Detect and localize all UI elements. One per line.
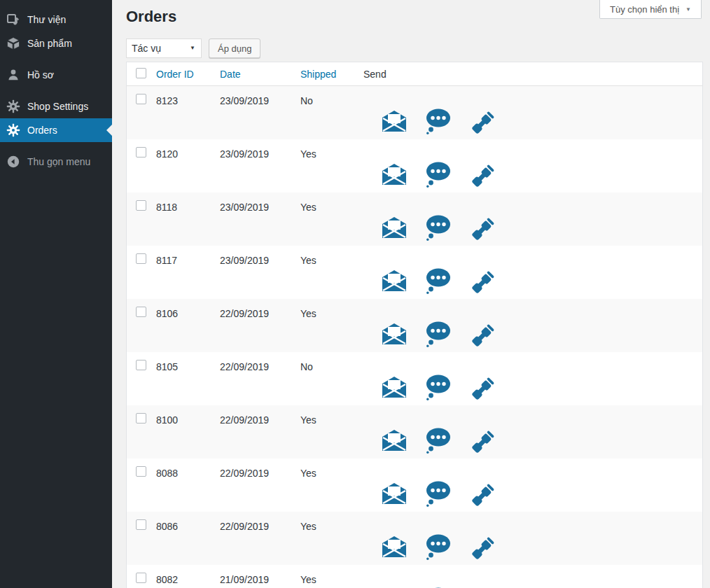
column-header-shipped[interactable]: Shipped xyxy=(300,69,336,80)
bulk-actions-toolbar: Tác vụ ▼ Áp dụng xyxy=(126,38,710,58)
user-icon xyxy=(6,68,20,82)
sms-icon[interactable] xyxy=(426,215,451,241)
send-actions-cell xyxy=(359,139,702,192)
column-header-send: Send xyxy=(363,69,387,80)
row-checkbox[interactable] xyxy=(136,200,146,211)
menu-separator xyxy=(0,55,112,63)
table-row: 8117 23/09/2019 Yes xyxy=(127,246,702,299)
table-row: 8118 23/09/2019 Yes xyxy=(127,192,702,246)
email-icon[interactable] xyxy=(382,323,406,344)
order-id-cell: 8105 xyxy=(152,352,216,405)
order-id-cell: 8100 xyxy=(152,405,216,458)
table-row: 8088 22/09/2019 Yes xyxy=(127,458,702,512)
email-icon[interactable] xyxy=(382,164,406,185)
send-actions-cell xyxy=(359,565,702,588)
gear-icon xyxy=(6,99,20,113)
select-all-checkbox[interactable] xyxy=(136,68,146,78)
email-icon[interactable] xyxy=(382,483,406,504)
order-id-cell: 8106 xyxy=(152,299,216,352)
apply-button[interactable]: Áp dụng xyxy=(209,38,260,58)
phone-icon[interactable] xyxy=(471,536,495,561)
order-id-cell: 8088 xyxy=(152,458,216,512)
gear-icon xyxy=(6,123,20,137)
menu-separator xyxy=(0,87,112,94)
sidebar-item-profile[interactable]: Hồ sơ xyxy=(0,63,112,87)
phone-icon[interactable] xyxy=(471,217,495,241)
email-icon[interactable] xyxy=(382,217,406,238)
row-checkbox[interactable] xyxy=(136,307,146,317)
row-checkbox[interactable] xyxy=(136,253,146,264)
row-checkbox[interactable] xyxy=(136,519,146,530)
order-id-cell: 8120 xyxy=(152,139,216,192)
sms-icon[interactable] xyxy=(426,321,451,348)
table-row: 8082 21/09/2019 Yes xyxy=(127,565,702,588)
row-checkbox[interactable] xyxy=(136,94,146,104)
collapse-icon xyxy=(6,155,20,169)
sidebar-item-label: Hồ sơ xyxy=(27,69,54,80)
shipped-cell: Yes xyxy=(296,565,359,588)
phone-icon[interactable] xyxy=(471,111,495,135)
caret-down-icon: ▼ xyxy=(685,6,691,13)
bulk-actions-select-wrap: Tác vụ ▼ xyxy=(126,38,202,58)
bulk-actions-select[interactable]: Tác vụ xyxy=(126,38,202,58)
shipped-cell: Yes xyxy=(296,512,359,565)
send-actions-cell xyxy=(359,405,702,458)
row-checkbox[interactable] xyxy=(136,466,146,477)
order-id-cell: 8082 xyxy=(152,565,216,588)
phone-icon[interactable] xyxy=(471,430,495,454)
screen-options-button[interactable]: Tùy chọn hiển thị ▼ xyxy=(599,0,702,19)
send-actions-cell xyxy=(359,512,702,565)
date-cell: 22/09/2019 xyxy=(216,299,296,352)
date-cell: 23/09/2019 xyxy=(216,246,296,299)
email-icon[interactable] xyxy=(382,430,406,451)
sms-icon[interactable] xyxy=(426,108,451,135)
date-cell: 22/09/2019 xyxy=(216,458,296,512)
sidebar-item-label: Thu gọn menu xyxy=(27,156,90,167)
orders-table-body: 8123 23/09/2019 No xyxy=(127,86,702,588)
row-checkbox[interactable] xyxy=(136,360,146,370)
order-id-cell: 8086 xyxy=(152,512,216,565)
sidebar-item-label: Sản phẩm xyxy=(27,38,72,49)
column-header-order-id[interactable]: Order ID xyxy=(156,69,194,80)
email-icon[interactable] xyxy=(382,536,406,557)
sms-icon[interactable] xyxy=(426,268,451,295)
send-actions-cell xyxy=(359,299,702,352)
sidebar-item-label: Shop Settings xyxy=(27,101,88,112)
sidebar-item-shop-settings[interactable]: Shop Settings xyxy=(0,94,112,118)
order-id-cell: 8118 xyxy=(152,192,216,246)
send-actions-cell xyxy=(359,352,702,405)
date-cell: 22/09/2019 xyxy=(216,405,296,458)
send-actions-cell xyxy=(359,192,702,246)
phone-icon[interactable] xyxy=(471,377,495,401)
phone-icon[interactable] xyxy=(471,270,495,295)
date-cell: 23/09/2019 xyxy=(216,139,296,192)
shipped-cell: Yes xyxy=(296,458,359,512)
row-checkbox[interactable] xyxy=(136,573,146,583)
phone-icon[interactable] xyxy=(471,164,495,188)
row-checkbox[interactable] xyxy=(136,147,146,158)
table-row: 8086 22/09/2019 Yes xyxy=(127,512,702,565)
row-checkbox[interactable] xyxy=(136,413,146,424)
sidebar-item-media[interactable]: Thư viện xyxy=(0,8,112,31)
email-icon[interactable] xyxy=(382,111,406,132)
sidebar-item-orders[interactable]: Orders xyxy=(0,118,112,142)
sidebar-item-label: Orders xyxy=(27,125,57,136)
table-row: 8106 22/09/2019 Yes xyxy=(127,299,702,352)
sms-icon[interactable] xyxy=(426,374,451,401)
sidebar-item-collapse-menu[interactable]: Thu gọn menu xyxy=(0,150,112,174)
phone-icon[interactable] xyxy=(471,323,495,348)
email-icon[interactable] xyxy=(382,377,406,398)
media-icon xyxy=(6,13,20,27)
sms-icon[interactable] xyxy=(426,481,451,507)
sms-icon[interactable] xyxy=(426,162,451,188)
sms-icon[interactable] xyxy=(426,428,451,454)
main-content: Tùy chọn hiển thị ▼ Orders Tác vụ ▼ Áp d… xyxy=(112,0,710,588)
email-icon[interactable] xyxy=(382,270,406,291)
table-row: 8120 23/09/2019 Yes xyxy=(127,139,702,192)
sidebar-item-products[interactable]: Sản phẩm xyxy=(0,31,112,55)
phone-icon[interactable] xyxy=(471,483,495,507)
column-header-date[interactable]: Date xyxy=(220,69,241,80)
send-actions-cell xyxy=(359,458,702,512)
sms-icon[interactable] xyxy=(426,534,451,561)
shipped-cell: Yes xyxy=(296,139,359,192)
